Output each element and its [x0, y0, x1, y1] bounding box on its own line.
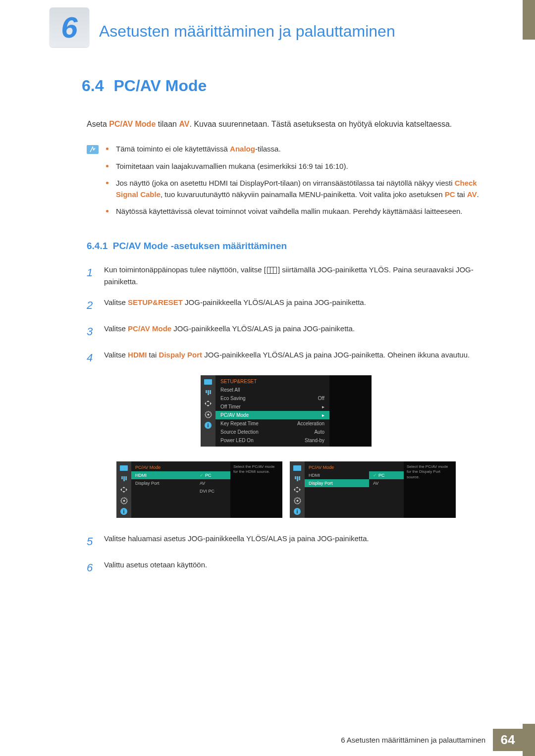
note-box: Tämä toiminto ei ole käytettävissä Analo… [87, 144, 485, 223]
step-item: 5Valitse haluamasi asetus JOG-painikkeel… [87, 533, 485, 550]
bars-icon [293, 475, 302, 482]
osd-title: PC/AV Mode [305, 463, 369, 471]
osd-title: SETUP&RESET [215, 377, 329, 386]
footer-chapter-label: 6 Asetusten määrittäminen ja palauttamin… [341, 736, 493, 744]
svg-point-5 [296, 500, 298, 502]
info-icon: i [204, 422, 213, 429]
chapter-badge: 6 [50, 7, 89, 47]
bars-icon [204, 389, 213, 396]
osd-menu-displayport: i PC/AV ModeHDMIDisplay Port ✓PCAV Selec… [290, 461, 456, 518]
monitor-icon [119, 464, 128, 471]
osd-menu-row: Eco SavingOff [215, 394, 329, 403]
intro-paragraph: Aseta PC/AV Mode tilaan AV. Kuvaa suuren… [87, 120, 485, 129]
osd-menu-row: AV [196, 479, 230, 487]
header-accent-bar [523, 0, 535, 40]
note-bullet: Jos näyttö (joka on asetettu HDMI tai Di… [106, 178, 485, 200]
step-item: 4Valitse HDMI tai Dispaly Port JOG-paini… [87, 349, 485, 366]
footer-accent-bar [523, 724, 535, 756]
osd-menu-row: ✓PC [369, 471, 404, 479]
menu-icon [267, 267, 277, 274]
osd-hint-text: Select the PC/AV mode for the Dispaly Po… [404, 461, 456, 518]
osd-menu-row: PC/AV Mode▸ [215, 411, 329, 419]
arrows-icon [204, 400, 213, 407]
info-icon: i [119, 508, 128, 515]
osd-title: PC/AV Mode [131, 463, 196, 471]
note-bullet: Tämä toiminto ei ole käytettävissä Analo… [106, 144, 485, 155]
osd-menu-row: ✓PC [196, 471, 230, 479]
svg-point-1 [207, 413, 209, 415]
note-bullet: Näytössä käytettävissä olevat toiminnot … [106, 206, 485, 217]
chapter-header: 6 Asetusten määrittäminen ja palauttamin… [0, 0, 535, 47]
step-item: 6Valittu asetus otetaan käyttöön. [87, 559, 485, 576]
monitor-icon [204, 378, 213, 385]
osd-menu-row: DVI PC [196, 487, 230, 495]
osd-menu-setup-reset: i SETUP&RESETReset AllEco SavingOffOff T… [201, 375, 372, 447]
svg-point-3 [123, 500, 125, 502]
gear-icon [204, 411, 213, 418]
osd-sidebar: i [201, 375, 215, 447]
osd-sidebar: i [116, 461, 131, 518]
monitor-icon [293, 464, 302, 471]
section-title: PC/AV Mode [113, 77, 207, 95]
osd-menu-row: Display Port [305, 479, 369, 487]
chapter-number: 6 [61, 10, 77, 45]
subsection-heading: 6.4.1 PC/AV Mode -asetuksen määrittämine… [87, 241, 485, 252]
step-item: 3Valitse PC/AV Mode JOG-painikkeella YLÖ… [87, 323, 485, 340]
osd-menu-row: Power LED OnStand-by [215, 436, 329, 445]
arrows-icon [293, 486, 302, 493]
osd-menu-hdmi: i PC/AV ModeHDMIDisplay Port ✓PCAVDVI PC… [116, 461, 282, 518]
note-bullet: Toimitetaan vain laajakuvamallien mukana… [106, 161, 485, 172]
info-icon: i [293, 508, 302, 515]
osd-menu-row: Reset All [215, 386, 329, 394]
osd-menu-row: Off Timer▸ [215, 403, 329, 411]
osd-menu-row: Key Repeat TimeAcceleration [215, 419, 329, 428]
osd-preview-pane [329, 375, 372, 447]
osd-menu-row: Display Port [131, 479, 196, 487]
page-number: 64 [493, 729, 523, 751]
osd-hint-text: Select the PC/AV mode for the HDMI sourc… [230, 461, 282, 518]
arrows-icon [119, 486, 128, 493]
section-heading: 6.4 PC/AV Mode [82, 77, 485, 95]
step-item: 1Kun toimintonäppäinopas tulee näyttöön,… [87, 264, 485, 288]
osd-menu-row: HDMI [131, 471, 196, 479]
chapter-title: Asetusten määrittäminen ja palauttaminen [99, 22, 395, 41]
osd-menu-row: HDMI [305, 471, 369, 479]
page-footer: 6 Asetusten määrittäminen ja palauttamin… [341, 724, 535, 756]
gear-icon [293, 497, 302, 504]
gear-icon [119, 497, 128, 504]
osd-sidebar: i [290, 461, 305, 518]
note-icon [87, 145, 99, 154]
step-item: 2Valitse SETUP&RESET JOG-painikkeella YL… [87, 297, 485, 314]
osd-menu-row: Source DetectionAuto [215, 428, 329, 436]
osd-menu-row: AV [369, 479, 404, 487]
section-number: 6.4 [82, 77, 104, 95]
bars-icon [119, 475, 128, 482]
